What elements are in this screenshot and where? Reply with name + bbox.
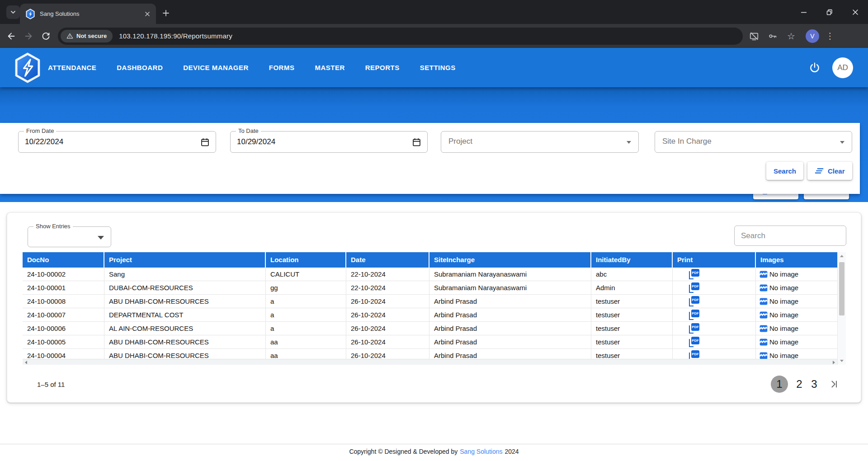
nav-item-forms[interactable]: FORMS — [269, 64, 295, 71]
scrollbar-thumb[interactable] — [839, 262, 844, 315]
scroll-down-arrow-icon[interactable] — [840, 360, 844, 362]
cell-siteincharge: Arbind Prasad — [429, 308, 591, 321]
back-button[interactable] — [4, 28, 19, 44]
cell-print: PDF — [673, 308, 756, 321]
cell-siteincharge: Arbind Prasad — [429, 322, 591, 335]
not-secure-badge[interactable]: Not secure — [61, 30, 113, 42]
broken-image-icon — [759, 283, 768, 292]
sang-logo-icon[interactable] — [14, 52, 42, 83]
to-date-input[interactable] — [237, 132, 375, 152]
cell-date: 26-10-2024 — [346, 308, 429, 321]
cell-location: a — [266, 295, 346, 308]
not-secure-label: Not secure — [76, 33, 107, 39]
column-header-print[interactable]: Print — [673, 252, 756, 268]
cell-print: PDF — [673, 322, 756, 335]
pdf-icon[interactable]: PDF — [689, 323, 700, 334]
cell-project: DEPARTMENTAL COST — [104, 308, 266, 321]
new-tab-button[interactable] — [160, 7, 172, 19]
filter-clear-button[interactable]: Clear — [807, 162, 852, 180]
broken-image-icon — [759, 324, 768, 333]
chevron-down-icon — [627, 141, 631, 144]
column-header-date[interactable]: Date — [346, 252, 429, 268]
browser-menu-kebab-icon[interactable]: ⋮ — [826, 31, 835, 41]
column-header-initiatedby[interactable]: InitiatedBy — [591, 252, 673, 268]
footer: Copyright © Designed & Developed by Sang… — [0, 444, 868, 455]
browser-window: Sang Solutions Not secure — [0, 0, 868, 461]
cell-location: CALICUT — [266, 268, 346, 281]
forward-button[interactable] — [21, 28, 36, 44]
nav-item-settings[interactable]: SETTINGS — [420, 64, 456, 71]
nav-item-master[interactable]: MASTER — [315, 64, 344, 71]
scroll-left-arrow-icon[interactable] — [25, 361, 27, 364]
clear-all-icon — [815, 166, 824, 175]
filter-search-button[interactable]: Search — [766, 162, 803, 180]
no-image-label: No image — [769, 308, 798, 321]
cell-initiatedby: testuser — [591, 295, 673, 308]
browser-profile-avatar[interactable]: V — [806, 29, 819, 43]
pdf-icon[interactable]: PDF — [689, 310, 700, 320]
window-restore-button[interactable] — [816, 0, 842, 24]
cell-siteincharge: Subramaniam Narayanaswami — [429, 281, 591, 294]
nav-item-dashboard[interactable]: DASHBOARD — [117, 64, 163, 71]
screen-share-off-icon[interactable] — [747, 29, 761, 43]
footer-year: 2024 — [505, 448, 519, 455]
show-entries-label: Show Entries — [33, 223, 73, 230]
broken-image-icon — [759, 310, 768, 320]
browser-tab[interactable]: Sang Solutions — [20, 4, 156, 24]
column-header-docno[interactable]: DocNo — [23, 252, 104, 268]
page-button-1[interactable]: 1 — [771, 376, 788, 393]
calendar-icon[interactable] — [200, 137, 210, 147]
pdf-icon[interactable]: PDF — [689, 269, 700, 279]
show-entries-select[interactable]: Show Entries — [28, 226, 111, 247]
to-date-field[interactable]: To Date — [230, 131, 428, 153]
bookmark-star-icon[interactable]: ☆ — [784, 29, 798, 43]
scroll-up-arrow-icon[interactable] — [840, 255, 844, 257]
cell-initiatedby: testuser — [591, 308, 673, 321]
column-header-project[interactable]: Project — [104, 252, 266, 268]
horizontal-scrollbar[interactable] — [23, 359, 837, 365]
cell-docno: 24-10-00005 — [23, 335, 104, 348]
footer-sang-solutions-link[interactable]: Sang Solutions — [460, 448, 502, 455]
project-select[interactable]: Project — [441, 131, 639, 153]
last-page-button[interactable] — [829, 379, 839, 389]
table-search-input[interactable] — [734, 226, 846, 246]
no-image-label: No image — [769, 281, 798, 294]
nav-item-device-manager[interactable]: DEVICE MANAGER — [183, 64, 249, 71]
site-in-charge-select[interactable]: Site In Charge — [655, 131, 852, 153]
tab-search-button[interactable] — [6, 5, 20, 19]
user-avatar[interactable]: AD — [832, 57, 853, 78]
page-button-3[interactable]: 3 — [811, 378, 818, 390]
pdf-icon[interactable]: PDF — [689, 282, 700, 293]
vertical-scrollbar[interactable] — [837, 252, 846, 365]
scroll-right-arrow-icon[interactable] — [833, 361, 835, 364]
pagination-range-label: 1–5 of 11 — [37, 381, 65, 388]
nav-item-attendance[interactable]: ATTENDANCE — [48, 64, 96, 71]
reload-button[interactable] — [38, 28, 53, 44]
password-key-icon[interactable] — [765, 29, 780, 43]
page-header-band: PPE Report Excel Close From Date To Date — [0, 87, 868, 202]
table-row: 24-10-00005 ABU DHABI-COM-RESOURCES aa 2… — [23, 335, 837, 349]
forward-arrow-icon — [24, 31, 33, 41]
cell-siteincharge: Arbind Prasad — [429, 295, 591, 308]
calendar-icon[interactable] — [412, 137, 421, 147]
chevron-down-icon — [840, 141, 844, 144]
logout-power-icon[interactable] — [809, 62, 821, 74]
window-minimize-button[interactable] — [791, 0, 816, 24]
table-header-row: DocNo Project Location Date SiteIncharge… — [23, 252, 837, 268]
dropdown-arrow-icon — [98, 236, 104, 240]
nav-item-reports[interactable]: REPORTS — [365, 64, 400, 71]
cell-docno: 24-10-00007 — [23, 308, 104, 321]
tab-close-icon[interactable] — [143, 10, 151, 18]
from-date-field[interactable]: From Date — [18, 131, 216, 153]
pdf-icon[interactable]: PDF — [689, 296, 700, 306]
cell-initiatedby: testuser — [591, 322, 673, 335]
window-close-button[interactable] — [842, 0, 868, 24]
address-bar[interactable]: Not secure 103.120.178.195:90/Reportsumm… — [58, 28, 743, 45]
from-date-input[interactable] — [25, 132, 163, 152]
page-button-2[interactable]: 2 — [796, 378, 803, 390]
pdf-icon[interactable]: PDF — [689, 337, 700, 347]
column-header-images[interactable]: Images — [756, 252, 837, 268]
column-header-siteincharge[interactable]: SiteIncharge — [429, 252, 591, 268]
cell-project: ABU DHABI-COM-RESOURCES — [104, 335, 266, 348]
column-header-location[interactable]: Location — [266, 252, 346, 268]
